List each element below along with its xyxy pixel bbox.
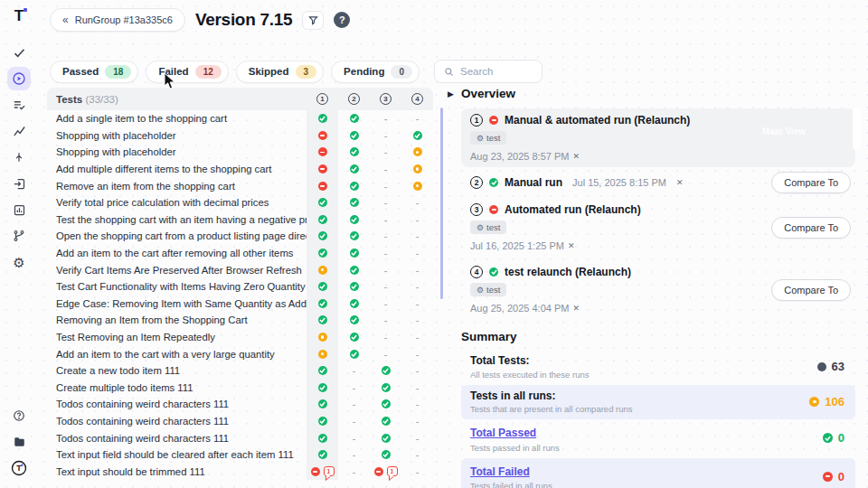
filter-count-badge: 18	[105, 65, 131, 79]
compare-to-button[interactable]: Compare To	[771, 279, 851, 301]
filter-failed-button[interactable]: Failed12	[146, 61, 228, 83]
table-row[interactable]: Add an item to the cart with a very larg…	[47, 345, 433, 362]
filter-pending-button[interactable]: Pending0	[331, 61, 420, 83]
passed-status-icon	[318, 399, 327, 408]
status-cell-run-3	[370, 446, 401, 464]
run-column-header-1[interactable]: 1	[307, 88, 338, 110]
summary-row-text: Total Tests:All tests executed in these …	[470, 354, 590, 380]
status-cell-run-4: -	[401, 413, 433, 430]
sidebar-check-icon[interactable]	[7, 41, 31, 64]
sidebar-help-circle-icon[interactable]	[7, 404, 31, 427]
table-row[interactable]: Create a new todo item 111--	[47, 362, 433, 380]
remove-run-icon[interactable]: ✕	[568, 241, 575, 250]
table-row[interactable]: Add an item to the cart after removing a…	[47, 245, 433, 262]
app-logo-icon[interactable]: T	[14, 7, 24, 25]
search-input[interactable]	[460, 66, 533, 77]
status-cell-run-2	[338, 110, 370, 127]
status-cell-run-1	[307, 296, 338, 313]
status-cell-run-3: 1	[370, 463, 401, 480]
filter-count-badge: 3	[296, 65, 317, 79]
skipped-status-icon	[318, 333, 327, 342]
table-row[interactable]: Add multiple different items to the shop…	[47, 161, 433, 178]
compare-to-button[interactable]: Compare To	[771, 217, 851, 239]
sidebar-list-check-icon[interactable]	[7, 93, 31, 117]
table-row[interactable]: Add a single item to the shopping cart--	[47, 110, 433, 127]
panel-scrollbar[interactable]	[440, 108, 443, 299]
tests-table: Tests (33/33) 1234 Add a single item to …	[47, 88, 433, 482]
run-title: Manual & automated run (Relaunch)	[505, 114, 690, 127]
summary-label-link[interactable]: Total Failed	[470, 465, 530, 478]
summary-label-link[interactable]: Total Passed	[470, 427, 536, 439]
table-row[interactable]: Create multiple todo items 111--	[47, 380, 433, 397]
filter-bar: Passed18Failed12Skipped3Pending0	[50, 60, 542, 83]
passed-status-icon	[318, 282, 327, 291]
sidebar-gear-icon[interactable]: ⚙	[7, 250, 31, 274]
table-row[interactable]: Edge Case: Removing Item with Same Quant…	[47, 296, 433, 313]
run-item[interactable]: 2Manual runJul 15, 2025 8:15 PM✕Compare …	[461, 171, 855, 194]
table-row[interactable]: Test the shopping cart with an item havi…	[47, 211, 433, 229]
table-row[interactable]: Test Cart Functionality with Items Havin…	[47, 278, 433, 296]
sidebar-chart-icon[interactable]	[7, 198, 31, 221]
right-scrollbar-thumb[interactable]	[853, 107, 861, 150]
comment-count-badge[interactable]: 1	[324, 466, 335, 476]
run-column-header-4[interactable]: 4	[401, 88, 433, 110]
status-cell-run-2	[338, 278, 370, 296]
table-row[interactable]: Todos containing weird characters 111--	[47, 396, 433, 413]
sidebar-pulse-icon[interactable]	[7, 119, 31, 143]
sidebar-avatar-logo-icon[interactable]: T	[7, 456, 31, 480]
run-column-header-3[interactable]: 3	[370, 88, 401, 110]
remove-run-icon[interactable]: ✕	[572, 152, 580, 161]
status-cell-run-1: 1	[307, 463, 338, 480]
failed-status-icon	[374, 467, 383, 476]
no-result-dash: -	[384, 181, 388, 192]
remove-run-icon[interactable]: ✕	[676, 178, 684, 187]
rungroup-back-button[interactable]: « RunGroup #13a335c6	[50, 8, 185, 32]
search-box[interactable]	[434, 60, 542, 83]
filter-funnel-button[interactable]	[302, 11, 324, 30]
table-row[interactable]: Shopping with placeholder-	[47, 127, 433, 145]
sidebar-tree-icon[interactable]	[7, 145, 31, 169]
table-row[interactable]: Remove an item from the shopping cart-	[47, 177, 433, 194]
table-row[interactable]: Todos containing weird characters 111--	[47, 429, 433, 446]
status-cell-run-1	[307, 144, 338, 161]
table-row[interactable]: Open the shopping cart from a product li…	[47, 228, 433, 245]
table-row[interactable]: Text input should be trimmed 1111-1-	[47, 463, 433, 480]
table-row[interactable]: Shopping with placeholder-	[47, 144, 433, 161]
run-item[interactable]: 3Automated run (Relaunch)⚙testJul 16, 20…	[461, 198, 855, 257]
summary-section: Summary Total Tests:All tests executed i…	[461, 330, 855, 488]
table-row[interactable]: Verify Cart Items Are Preserved After Br…	[47, 261, 433, 278]
run-item[interactable]: 1Manual & automated run (Relaunch)⚙testA…	[461, 108, 855, 167]
status-cell-run-3: -	[370, 211, 401, 229]
remove-run-icon[interactable]: ✕	[572, 304, 580, 313]
sidebar-play-circle-icon[interactable]	[7, 67, 31, 90]
status-cell-run-2	[338, 329, 370, 346]
comment-count-badge[interactable]: 1	[387, 466, 398, 476]
passed-status-icon	[350, 198, 359, 207]
table-row[interactable]: Todos containing weird characters 111--	[47, 413, 433, 430]
no-result-dash: -	[416, 214, 420, 225]
status-cell-run-3	[370, 429, 401, 446]
run-item[interactable]: 4test relaunch (Relaunch)⚙testAug 25, 20…	[461, 260, 855, 319]
run-column-header-2[interactable]: 2	[338, 88, 370, 110]
table-row[interactable]: Removing an Item from the Shopping Cart-…	[47, 312, 433, 329]
table-row[interactable]: Text input field should be cleared after…	[47, 446, 433, 464]
help-button[interactable]: ?	[334, 12, 350, 28]
status-cell-run-1	[307, 429, 338, 446]
collapse-panel-icon[interactable]: ▶	[448, 89, 454, 99]
sidebar-import-icon[interactable]	[7, 172, 31, 195]
test-name: Todos containing weird characters 111	[47, 433, 307, 444]
filter-label: Skipped	[249, 66, 289, 77]
overview-title: Overview	[461, 87, 855, 100]
filter-passed-button[interactable]: Passed18	[50, 61, 138, 83]
compare-to-button[interactable]: Compare To	[771, 172, 851, 193]
summary-row: Tests in all runs:Tests that are present…	[461, 385, 855, 420]
table-row[interactable]: Test Removing an Item Repeatedly--	[47, 329, 433, 346]
sidebar-folder-icon[interactable]	[7, 430, 31, 454]
failed-status-icon	[318, 147, 327, 156]
filter-skipped-button[interactable]: Skipped3	[236, 61, 324, 83]
table-row[interactable]: Verify total price calculation with deci…	[47, 194, 433, 211]
circled-number-icon: 4	[411, 93, 423, 105]
passed-status-icon	[350, 147, 359, 156]
test-name: Create a new todo item 111	[47, 365, 307, 376]
sidebar-branch-icon[interactable]	[7, 224, 31, 248]
